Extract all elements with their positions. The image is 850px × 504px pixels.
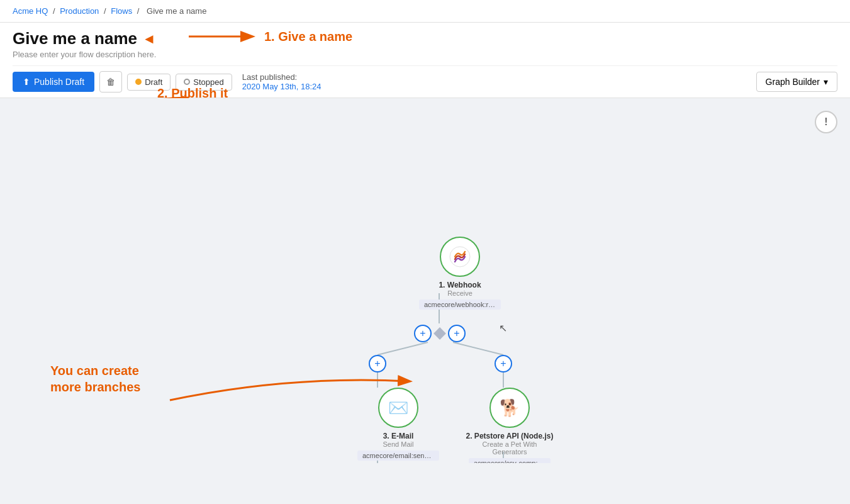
webhook-label: 1. Webhook [439,281,481,289]
branch-add-left-button[interactable]: + [414,325,432,342]
header-area: Give me a name ◄ 1. Give a name Please e… [0,23,850,98]
draft-dot-icon [135,79,142,85]
toolbar: ⬆ Publish Draft 🗑 Draft Stopped Last pub… [13,65,837,98]
email-tag: acmecore/email:send@5d7... [357,451,439,461]
info-icon: ! [824,116,827,128]
last-published-prefix: Last published: [242,72,297,82]
webhook-sublabel: Receive [447,289,473,297]
stopped-badge[interactable]: Stopped [176,74,232,91]
stopped-label: Stopped [193,77,223,87]
breadcrumb: Acme HQ / Production / Flows / Give me a… [13,6,209,16]
webhook-icon-circle [440,237,480,277]
petstore-tag: acmecore/csv-comp:createP... [469,458,551,463]
branch-add-right-button[interactable]: + [448,325,466,342]
stopped-dot-icon [184,79,190,85]
branch-diamond-icon [433,327,446,340]
mouse-cursor-indicator: ↖ [499,322,507,334]
flow-canvas: 1. Webhook Receive acmecore/webhook:rece… [0,98,850,463]
petstore-sublabel: Create a Pet With Generators [466,440,554,456]
annotation-step1-text: 1. Give a name [264,30,352,44]
petstore-icon-circle: 🐕 [489,388,530,428]
upload-icon: ⬆ [23,77,30,87]
top-bar: Acme HQ / Production / Flows / Give me a… [0,0,850,23]
trash-icon: 🗑 [106,77,115,87]
email-sublabel: Send Mail [383,440,414,448]
last-published: Last published: 2020 May 13th, 18:24 [242,72,322,91]
last-published-date: 2020 May 13th, 18:24 [242,82,322,91]
svg-line-2 [377,342,428,355]
draft-label: Draft [145,77,162,87]
annotation-branches-text: You can createmore branches [50,362,140,395]
flow-title-row: Give me a name ◄ [13,29,156,48]
breadcrumb-production[interactable]: Production [60,6,99,16]
breadcrumb-current: Give me a name [147,6,206,16]
publish-draft-button[interactable]: ⬆ Publish Draft [13,72,94,92]
webhook-node[interactable]: 1. Webhook Receive acmecore/webhook:rece… [419,237,501,310]
flow-description: Please enter your flow description here. [13,50,837,59]
email-label: 3. E-Mail [383,432,414,440]
graph-builder-label: Graph Builder [766,77,820,87]
petstore-label: 2. Petstore API (Node.js) [466,432,554,440]
chevron-down-icon: ▾ [824,77,828,87]
webhook-tag: acmecore/webhook:receive... [419,300,501,310]
annotation-branches-arrow [164,362,491,413]
draft-badge[interactable]: Draft [127,74,171,91]
arrow-indicator: ◄ [142,31,156,47]
right-branch-plus-button[interactable]: + [495,355,512,372]
graph-builder-button[interactable]: Graph Builder ▾ [756,72,837,92]
info-button[interactable]: ! [815,111,837,133]
breadcrumb-acmehq[interactable]: Acme HQ [13,6,48,16]
annotation-arrow-1 [189,24,264,49]
delete-button[interactable]: 🗑 [99,71,122,92]
branch-row: + + [414,325,466,342]
webhook-svg-icon [449,245,471,268]
flow-title: Give me a name [13,29,137,48]
breadcrumb-flows[interactable]: Flows [111,6,132,16]
svg-line-3 [453,342,503,355]
